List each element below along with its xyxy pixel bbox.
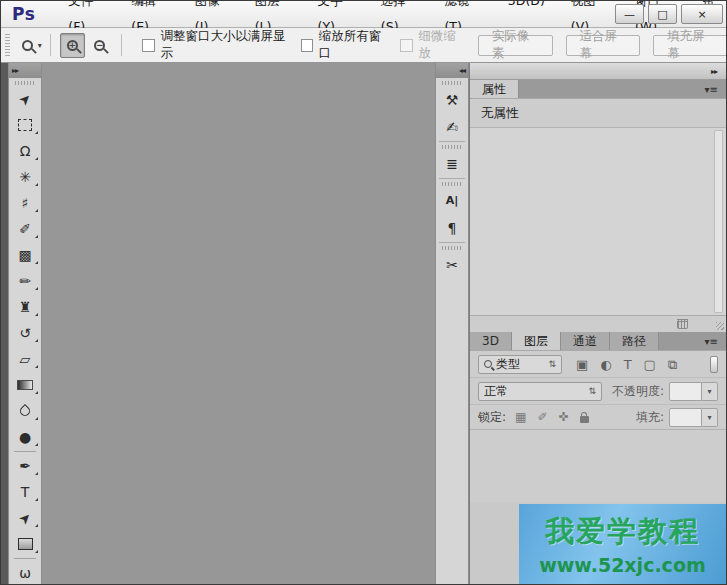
dodge-icon: ● — [19, 430, 31, 444]
filter-switch-toggle[interactable] — [710, 356, 718, 373]
actual-pixels-button[interactable]: 实际像素 — [478, 35, 553, 56]
clone-stamp-icon: ♜ — [19, 300, 32, 314]
panel-menu-icon[interactable]: ▾≡ — [705, 80, 718, 99]
minimize-button[interactable]: — — [615, 4, 644, 24]
brush-presets-panel-button[interactable]: ⚒ — [436, 86, 468, 113]
blur-drop-icon — [18, 404, 32, 418]
paragraph-panel-button[interactable]: ¶ — [436, 214, 468, 241]
move-tool[interactable]: ➤ — [9, 86, 41, 112]
zoom-out-button[interactable]: − — [87, 33, 112, 58]
spot-healing-brush-tool[interactable]: ▩ — [9, 242, 41, 268]
tool-presets-icon: ✂ — [446, 257, 458, 273]
gradient-tool[interactable] — [9, 372, 41, 398]
lock-all-icon[interactable] — [580, 416, 589, 423]
watermark-title: 我爱学教程 — [545, 512, 700, 552]
lock-label: 锁定: — [478, 409, 506, 426]
dock-collapse-button[interactable]: ◂◂ — [436, 63, 468, 78]
pen-tool[interactable]: ✒ — [9, 453, 41, 479]
lock-position-icon[interactable]: ✜ — [558, 410, 568, 424]
tab-channels[interactable]: 通道 — [561, 332, 610, 350]
lock-transparent-pixels-icon[interactable]: ▦ — [515, 410, 526, 424]
maximize-button[interactable]: □ — [648, 4, 677, 24]
lock-image-pixels-icon[interactable]: ✐ — [537, 410, 547, 424]
dock-divider — [439, 178, 465, 179]
scrubby-zoom-checkbox: 细微缩放 — [400, 28, 464, 62]
paragraph-panel-icon: ¶ — [448, 220, 457, 236]
dodge-tool[interactable]: ● — [9, 424, 41, 450]
close-button[interactable]: × — [681, 4, 723, 24]
tools-panel: ▸▸ ➤ Ω ✳ ♯ ✐ ▩ ✏ ♜ ↺ ▱ ● ✒ T ➤ ω — [8, 63, 42, 584]
tools-panel-grip[interactable] — [15, 81, 35, 85]
fit-screen-button[interactable]: 适合屏幕 — [566, 35, 641, 56]
history-brush-tool[interactable]: ↺ — [9, 320, 41, 346]
hand-tool[interactable]: ω — [9, 560, 41, 584]
tools-collapse-button[interactable]: ▸▸ — [9, 63, 41, 78]
tools-divider — [14, 558, 36, 559]
pen-icon: ✒ — [19, 459, 31, 473]
resize-windows-checkbox[interactable]: 调整窗口大小以满屏显示 — [142, 28, 288, 62]
magic-wand-icon: ✳ — [19, 170, 31, 184]
crop-tool[interactable]: ♯ — [9, 190, 41, 216]
button-label: 填充屏幕 — [667, 28, 714, 62]
app-frame-edge — [1, 63, 8, 584]
scrollbar[interactable] — [714, 130, 723, 313]
character-panel-button[interactable]: A| — [436, 187, 468, 214]
type-icon: T — [21, 485, 30, 499]
dock-grip[interactable] — [442, 246, 462, 250]
trash-icon[interactable] — [677, 319, 688, 329]
filter-type-dropdown[interactable]: 类型 ⇅ — [478, 355, 562, 374]
filter-adjustment-layers-icon[interactable]: ◐ — [600, 358, 611, 371]
gradient-icon — [17, 380, 33, 390]
dock-divider — [439, 242, 465, 243]
blend-mode-dropdown[interactable]: 正常 ⇅ — [478, 382, 602, 401]
chevron-down-icon[interactable]: ▾ — [702, 408, 718, 427]
filter-type-layers-icon[interactable]: T — [624, 358, 632, 371]
brush-panel-button[interactable]: ✍ — [436, 113, 468, 140]
fill-screen-button[interactable]: 填充屏幕 — [653, 35, 727, 56]
zoom-all-windows-checkbox[interactable]: 缩放所有窗口 — [301, 28, 389, 62]
filter-smart-objects-icon[interactable]: ⧉ — [668, 358, 677, 371]
resize-grip[interactable] — [716, 322, 724, 330]
fill-field[interactable]: ▾ — [669, 408, 718, 427]
panels-collapse-button[interactable]: ▸▸ — [470, 63, 726, 80]
eyedropper-tool[interactable]: ✐ — [9, 216, 41, 242]
chevron-down-icon[interactable]: ▾ — [702, 382, 718, 401]
tab-properties[interactable]: 属性 — [470, 80, 519, 98]
opacity-input[interactable] — [669, 382, 702, 401]
tab-3d[interactable]: 3D — [470, 332, 512, 350]
tool-presets-panel-button[interactable]: ✂ — [436, 251, 468, 278]
type-tool[interactable]: T — [9, 479, 41, 505]
checkbox-label: 缩放所有窗口 — [319, 28, 389, 62]
lasso-tool[interactable]: Ω — [9, 138, 41, 164]
filter-shape-layers-icon[interactable]: ▢ — [644, 358, 656, 371]
panel-menu-icon[interactable]: ▾≡ — [705, 332, 718, 351]
hand-icon: ω — [19, 566, 31, 580]
opacity-field[interactable]: ▾ — [669, 382, 718, 401]
zoom-in-button[interactable]: + — [60, 33, 85, 58]
dock-divider — [439, 141, 465, 142]
checkbox-label: 调整窗口大小以满屏显示 — [161, 28, 289, 62]
tools-divider — [14, 451, 36, 452]
filter-pixel-layers-icon[interactable]: ▣ — [576, 358, 588, 371]
dock-grip[interactable] — [442, 81, 462, 85]
blur-tool[interactable] — [9, 398, 41, 424]
properties-footer — [470, 315, 726, 332]
tab-layers[interactable]: 图层 — [512, 332, 561, 350]
clone-stamp-tool[interactable]: ♜ — [9, 294, 41, 320]
rectangular-marquee-tool[interactable] — [9, 112, 41, 138]
tab-paths[interactable]: 路径 — [610, 332, 659, 350]
canvas-workspace[interactable] — [43, 63, 435, 584]
options-grip[interactable] — [5, 34, 10, 56]
watermark: 我爱学教程 www.52xjc.com — [519, 504, 726, 584]
magic-wand-tool[interactable]: ✳ — [9, 164, 41, 190]
current-tool-button[interactable]: ▾ — [22, 40, 42, 51]
rectangle-tool[interactable] — [9, 531, 41, 557]
clone-source-panel-button[interactable]: ≣ — [436, 150, 468, 177]
dock-grip[interactable] — [442, 182, 462, 186]
dock-grip[interactable] — [442, 145, 462, 149]
brush-tool[interactable]: ✏ — [9, 268, 41, 294]
fill-input[interactable] — [669, 408, 702, 427]
eraser-tool[interactable]: ▱ — [9, 346, 41, 372]
path-selection-tool[interactable]: ➤ — [9, 505, 41, 531]
fill-label: 填充: — [636, 409, 664, 426]
